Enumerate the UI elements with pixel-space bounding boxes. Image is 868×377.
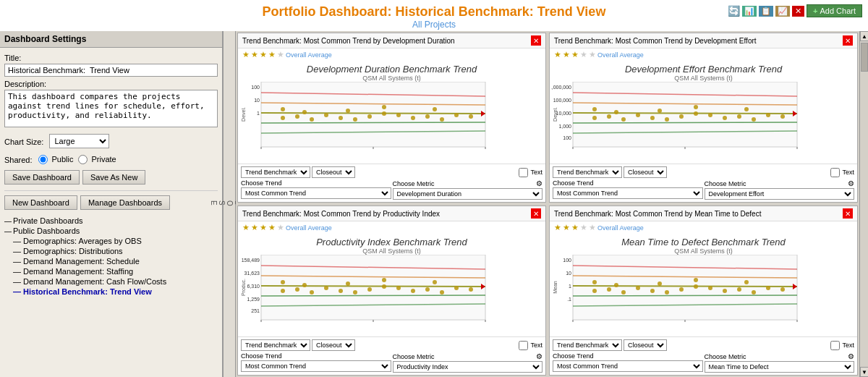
metric-select-0[interactable]: Development Duration (393, 188, 543, 200)
tree-item-2[interactable]: — Demand Management: Schedule (13, 256, 218, 266)
chart-body-2: Productivity Index Benchmark TrendQSM Al… (238, 234, 545, 336)
svg-point-46 (621, 117, 626, 122)
svg-point-138 (658, 281, 662, 286)
tree-item-0[interactable]: — Demographics: Averages by OBS (13, 236, 218, 246)
chart-svg-2: 10,000100,0001,000,000158,48931,6236,310… (239, 255, 544, 323)
svg-point-50 (679, 114, 684, 119)
private-radio[interactable] (78, 155, 88, 164)
chart-close-0[interactable]: ✕ (531, 35, 541, 46)
svg-point-97 (281, 280, 285, 284)
overall-avg-0: Overall Average (286, 51, 332, 59)
type-select-2[interactable]: Trend Benchmark (241, 339, 310, 351)
tree-item-3[interactable]: — Demand Management: Staffing (13, 266, 218, 276)
svg-point-131 (723, 289, 727, 293)
svg-point-85 (310, 290, 314, 295)
sidebar-content: Title: Description: This dashboard compa… (0, 48, 222, 213)
chart-size-select[interactable]: Large Small Medium Extra Large (49, 134, 109, 148)
svg-point-56 (766, 113, 770, 117)
chart-stars-0: ★★★★★Overall Average (238, 48, 545, 61)
text-checkbox-3[interactable] (830, 341, 840, 350)
trend-select-3[interactable]: Most Common Trend (553, 360, 703, 372)
svg-point-52 (708, 113, 712, 117)
svg-point-17 (425, 114, 430, 119)
icon-img3[interactable]: 📈 (775, 6, 790, 17)
title-input[interactable] (4, 64, 218, 77)
chart-panel-2: Trend Benchmark: Most Common Trend by Pr… (237, 206, 546, 376)
svg-point-12 (353, 117, 357, 122)
svg-line-79 (261, 286, 485, 287)
radio-group: Public Private (38, 155, 116, 164)
icon-img2[interactable]: 📋 (759, 6, 773, 17)
new-dashboard-button[interactable]: New Dashboard (4, 195, 77, 210)
svg-point-126 (650, 289, 655, 293)
metric-select-2[interactable]: Productivity Index (393, 361, 543, 373)
closeout-select-3[interactable]: Closeout (624, 339, 667, 351)
tree-item-private[interactable]: — Private Dashboards (4, 216, 218, 226)
svg-text:158,489: 158,489 (242, 258, 260, 263)
tree-item-public[interactable]: — Public Dashboards (4, 226, 218, 236)
gear-icon-2[interactable]: ⚙ (536, 352, 542, 360)
save-as-button[interactable]: Save As New (82, 170, 145, 185)
gear-icon-1[interactable]: ⚙ (848, 179, 854, 187)
icon-img1[interactable]: 📊 (742, 6, 757, 17)
svg-line-40 (573, 113, 797, 114)
tree-item-4[interactable]: — Demand Management: Cash Flow/Costs (13, 276, 218, 287)
gear-icon-0[interactable]: ⚙ (536, 179, 542, 187)
scroll-thumb[interactable] (861, 43, 868, 72)
title-bar: 🔄 📊 📋 📈 ✕ Add Chart Portfolio Dashboard:… (0, 0, 868, 31)
chart-close-3[interactable]: ✕ (843, 208, 853, 219)
svg-text:Devel.: Devel. (553, 107, 558, 122)
trend-select-2[interactable]: Most Common Trend (241, 360, 391, 372)
svg-text:1,259: 1,259 (247, 297, 260, 302)
scroll-up-button[interactable]: ▲ (860, 31, 868, 41)
chart-header-title-2: Trend Benchmark: Most Common Trend by Pr… (242, 210, 440, 218)
svg-point-21 (281, 107, 285, 111)
chart-body-1: Development Effort Benchmark TrendQSM Al… (550, 61, 857, 164)
close-sidebar-button[interactable]: CLOSE (223, 31, 236, 377)
svg-point-125 (636, 286, 640, 290)
metric-label-3: Choose Metric (705, 353, 746, 360)
svg-text:Mean: Mean (553, 281, 558, 294)
closeout-select-1[interactable]: Closeout (624, 166, 667, 178)
manage-dashboards-button[interactable]: Manage Dashboards (80, 195, 170, 210)
tree-item-5[interactable]: — Historical Benchmark: Trend View (13, 287, 218, 297)
dashboard-buttons-row: New Dashboard Manage Dashboards (4, 190, 218, 210)
star-empty-3-5: ★ (589, 223, 596, 232)
closeout-select-0[interactable]: Closeout (312, 166, 355, 178)
star-filled-3-3: ★ (571, 223, 579, 232)
tree-item-1[interactable]: — Demographics: Distributions (13, 246, 218, 256)
icon-refresh[interactable]: 🔄 (728, 5, 740, 17)
svg-text:6,310: 6,310 (247, 284, 260, 289)
text-checkbox-0[interactable] (519, 168, 528, 177)
scroll-down-button[interactable]: ▼ (860, 367, 868, 377)
sidebar: Dashboard Settings Title: Description: T… (0, 31, 223, 377)
svg-point-140 (744, 280, 749, 284)
chart-close-2[interactable]: ✕ (531, 208, 541, 219)
chart-svg-0: 10,000100,0001,000,000100101Effective IU… (239, 82, 544, 151)
chart-subtitle-3: QSM All Systems (t) (551, 247, 856, 255)
save-dashboard-button[interactable]: Save Dashboard (4, 170, 80, 185)
gear-icon-3[interactable]: ⚙ (848, 352, 854, 360)
metric-select-1[interactable]: Development Effort (705, 188, 855, 200)
description-input[interactable]: This dashboard compares the projects aga… (4, 90, 218, 127)
closeout-select-2[interactable]: Closeout (312, 339, 355, 351)
trend-select-0[interactable]: Most Common Trend (241, 187, 391, 199)
trend-select-1[interactable]: Most Common Trend (553, 187, 703, 199)
svg-text:100,000: 100,000 (676, 150, 694, 151)
metric-select-3[interactable]: Mean Time to Defect (705, 361, 855, 373)
icon-close-window[interactable]: ✕ (792, 6, 804, 17)
title-label: Title: (4, 54, 218, 62)
public-radio[interactable] (38, 155, 48, 164)
text-checkbox-1[interactable] (830, 168, 840, 177)
add-chart-button[interactable]: Add Chart (807, 4, 862, 17)
type-select-3[interactable]: Trend Benchmark (553, 339, 622, 351)
chart-panel-1: Trend Benchmark: Most Common Trend by De… (549, 33, 858, 203)
chart-close-1[interactable]: ✕ (843, 35, 853, 46)
svg-text:1,000,000: 1,000,000 (786, 150, 808, 151)
star-filled-2-3: ★ (260, 223, 267, 232)
text-checkbox-2[interactable] (519, 341, 528, 350)
svg-text:1,000,000: 1,000,000 (551, 85, 571, 90)
metric-label-1: Choose Metric (705, 180, 746, 187)
type-select-0[interactable]: Trend Benchmark (241, 166, 310, 178)
type-select-1[interactable]: Trend Benchmark (553, 166, 622, 178)
